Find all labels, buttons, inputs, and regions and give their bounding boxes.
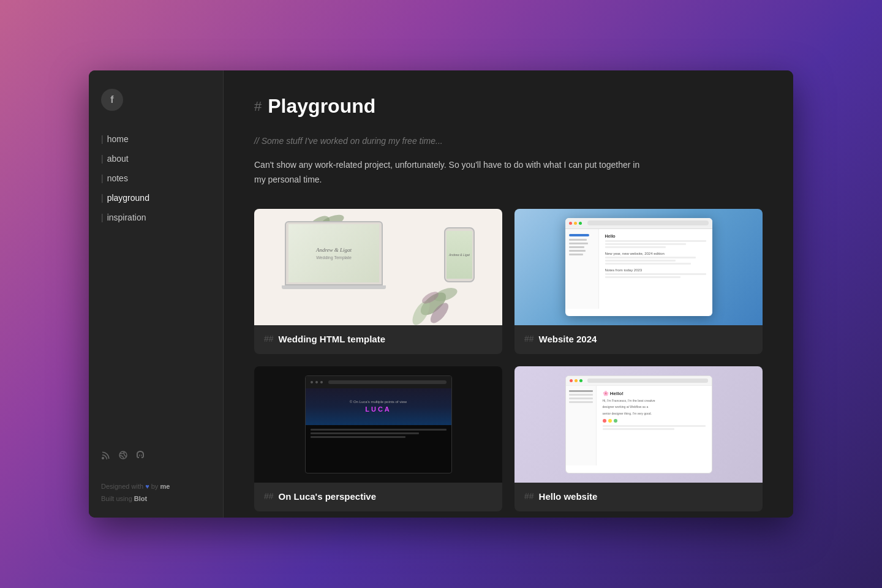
svg-point-10 — [420, 289, 440, 306]
rss-icon[interactable] — [101, 450, 111, 462]
card-wedding[interactable]: Andrew & Ligat Wedding Template Andrew &… — [254, 209, 502, 354]
svg-point-7 — [432, 285, 459, 304]
card-wedding-label: ## Wedding HTML template — [254, 325, 502, 354]
subtitle: // Some stuff I've worked on during my f… — [254, 136, 763, 146]
card-hello-image: 🌸 Hello! Hi, I'm Francesco, I'm the best… — [514, 366, 763, 483]
nav-item-playground[interactable]: | playground — [89, 188, 223, 208]
card-hash-icon: ## — [264, 334, 274, 344]
card-wedding-title: Wedding HTML template — [279, 334, 385, 344]
nav-item-notes[interactable]: | notes — [89, 168, 223, 188]
svg-point-8 — [409, 298, 433, 325]
social-icons-row — [89, 441, 223, 472]
mastodon-icon[interactable] — [135, 450, 145, 462]
page-title-row: # Playground — [254, 95, 763, 118]
sidebar: f | home | about | notes | playground | — [89, 70, 224, 518]
pipe-icon: | — [101, 154, 104, 164]
pipe-icon: | — [101, 134, 104, 144]
pipe-icon: | — [101, 213, 104, 222]
card-website2024-title: Website 2024 — [539, 334, 597, 344]
pipe-icon: | — [101, 193, 104, 203]
logo-letter: f — [110, 94, 113, 105]
card-website2024-label: ## Website 2024 — [514, 325, 763, 354]
dribbble-icon[interactable] — [118, 450, 128, 462]
card-website2024-image: Hello New year, new website, 2024 editio… — [514, 209, 763, 325]
card-luca-image: © On Luca's multiple points of view LUCA — [254, 366, 502, 483]
pipe-icon: | — [101, 173, 104, 183]
card-luca-label: ## On Luca's perspective — [254, 483, 502, 511]
card-wedding-image: Andrew & Ligat Wedding Template Andrew &… — [254, 209, 502, 325]
svg-point-9 — [428, 300, 452, 325]
card-hash-icon: ## — [264, 491, 274, 501]
main-content: # Playground // Some stuff I've worked o… — [224, 70, 793, 518]
card-hello-title: Hello website — [539, 491, 598, 502]
nav-item-inspiration[interactable]: | inspiration — [89, 208, 223, 227]
app-window: f | home | about | notes | playground | — [89, 70, 793, 518]
card-hello[interactable]: 🌸 Hello! Hi, I'm Francesco, I'm the best… — [514, 366, 763, 511]
card-luca[interactable]: © On Luca's multiple points of view LUCA — [254, 366, 502, 511]
card-hello-label: ## Hello website — [514, 483, 763, 511]
card-hash-icon: ## — [524, 491, 534, 501]
cards-grid: Andrew & Ligat Wedding Template Andrew &… — [254, 209, 763, 511]
nav-item-about[interactable]: | about — [89, 149, 223, 168]
card-luca-title: On Luca's perspective — [279, 491, 376, 502]
logo-area: f — [89, 89, 223, 129]
card-website2024[interactable]: Hello New year, new website, 2024 editio… — [514, 209, 763, 354]
footer-text: Designed with ♥ by me Built using Blot — [89, 472, 223, 505]
svg-point-0 — [102, 457, 104, 459]
page-title: Playground — [268, 95, 375, 118]
title-hash-icon: # — [254, 99, 262, 115]
nav-item-home[interactable]: | home — [89, 129, 223, 149]
svg-point-6 — [417, 288, 450, 319]
nav: | home | about | notes | playground | in… — [89, 129, 223, 441]
logo: f — [101, 89, 123, 111]
card-hash-icon: ## — [524, 334, 534, 344]
description: Can't show any work-related project, unf… — [254, 158, 652, 187]
